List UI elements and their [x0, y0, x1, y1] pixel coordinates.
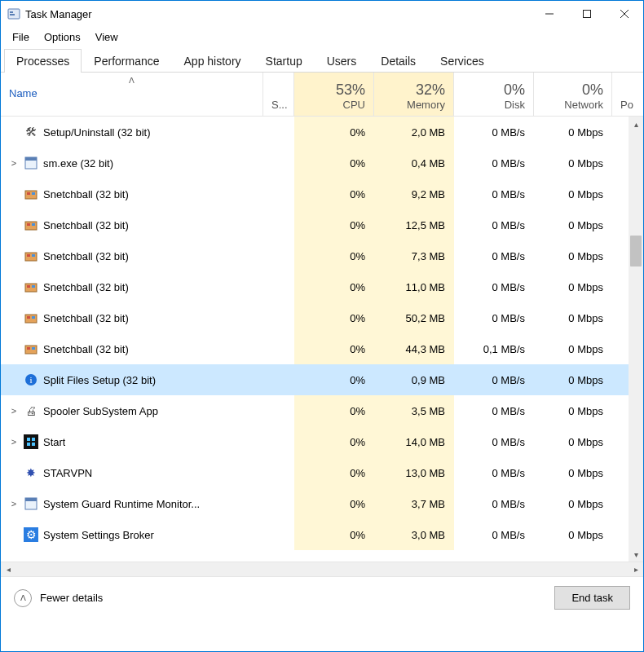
col-header-memory[interactable]: 32% Memory: [374, 73, 454, 116]
cell-cpu: 0%: [294, 395, 374, 426]
cell-status: [263, 364, 294, 395]
close-button[interactable]: [606, 1, 643, 27]
tab-services[interactable]: Services: [428, 49, 496, 73]
fewer-details-button[interactable]: ᐱ Fewer details: [14, 589, 103, 607]
start-icon: [24, 434, 38, 449]
table-row[interactable]: Snetchball (32 bit)0%7,3 MB0 MB/s0 Mbps: [1, 240, 643, 271]
cell-mem: 3,0 MB: [374, 519, 454, 550]
horizontal-scrollbar[interactable]: ◂ ▸: [1, 562, 643, 576]
cell-mem: 50,2 MB: [374, 302, 454, 333]
table-row[interactable]: >sm.exe (32 bit)0%0,4 MB0 MB/s0 Mbps: [1, 148, 643, 178]
cell-net: 0 Mbps: [534, 333, 612, 364]
game-icon: [24, 187, 38, 201]
maximize-button[interactable]: [568, 1, 606, 27]
table-row[interactable]: ✸STARVPN0%13,0 MB0 MB/s0 Mbps: [1, 457, 643, 488]
cell-cpu: 0%: [294, 209, 374, 240]
footer: ᐱ Fewer details End task: [1, 576, 643, 619]
col-header-cpu[interactable]: 53% CPU: [294, 73, 374, 116]
table-row[interactable]: Snetchball (32 bit)0%50,2 MB0 MB/s0 Mbps: [1, 302, 643, 333]
cell-name: Snetchball (32 bit): [1, 209, 263, 240]
process-name: Setup/Uninstall (32 bit): [43, 126, 151, 139]
table-row[interactable]: Snetchball (32 bit)0%44,3 MB0,1 MB/s0 Mb…: [1, 333, 643, 364]
scroll-right-icon[interactable]: ▸: [629, 562, 643, 577]
col-header-power[interactable]: Po: [612, 73, 632, 116]
tab-app-history[interactable]: App history: [172, 49, 254, 73]
menu-options[interactable]: Options: [37, 29, 87, 45]
sort-indicator-icon: ᐱ: [129, 76, 135, 85]
cell-disk: 0 MB/s: [454, 364, 534, 395]
tab-processes[interactable]: Processes: [4, 49, 82, 73]
game-icon: [24, 249, 38, 263]
table-row[interactable]: >🖨Spooler SubSystem App0%3,5 MB0 MB/s0 M…: [1, 395, 643, 426]
cell-cpu: 0%: [294, 333, 374, 364]
cell-mem: 0,4 MB: [374, 148, 454, 178]
expand-icon[interactable]: >: [9, 406, 19, 416]
tab-startup[interactable]: Startup: [254, 49, 315, 73]
cell-name: Snetchball (32 bit): [1, 178, 263, 209]
svg-rect-10: [27, 192, 30, 195]
cell-name: >🖨Spooler SubSystem App: [1, 395, 263, 426]
cell-net: 0 Mbps: [534, 302, 612, 333]
process-name: System Settings Broker: [43, 529, 154, 541]
end-task-button[interactable]: End task: [554, 586, 630, 610]
expand-icon[interactable]: >: [9, 437, 19, 447]
scroll-left-icon[interactable]: ◂: [1, 562, 15, 577]
cell-mem: 13,0 MB: [374, 457, 454, 488]
table-row[interactable]: Snetchball (32 bit)0%12,5 MB0 MB/s0 Mbps: [1, 209, 643, 240]
cell-cpu: 0%: [294, 178, 374, 209]
column-headers: ᐱ Name S... 53% CPU 32% Memory 0% Disk 0…: [1, 73, 643, 117]
col-header-network[interactable]: 0% Network: [534, 73, 612, 116]
cell-status: [263, 488, 294, 519]
table-row[interactable]: 🛠Setup/Uninstall (32 bit)0%2,0 MB0 MB/s0…: [1, 117, 643, 148]
col-header-name[interactable]: ᐱ Name: [1, 73, 263, 116]
menu-file[interactable]: File: [6, 29, 36, 45]
table-row[interactable]: >Start0%14,0 MB0 MB/s0 Mbps: [1, 426, 643, 457]
cell-cpu: 0%: [294, 488, 374, 519]
svg-rect-16: [27, 254, 30, 257]
scroll-down-icon[interactable]: ▾: [629, 547, 643, 562]
process-name: sm.exe (32 bit): [43, 157, 113, 170]
svg-rect-29: [24, 435, 37, 448]
game-icon: [24, 341, 38, 356]
cell-status: [263, 426, 294, 457]
tab-performance[interactable]: Performance: [82, 49, 171, 73]
minimize-button[interactable]: [531, 1, 568, 27]
cell-disk: 0 MB/s: [454, 395, 534, 426]
table-row[interactable]: ⚙System Settings Broker0%3,0 MB0 MB/s0 M…: [1, 519, 643, 550]
expand-icon[interactable]: >: [9, 158, 19, 168]
vertical-scrollbar[interactable]: ▴ ▾: [629, 117, 643, 562]
table-row[interactable]: iSplit Files Setup (32 bit)0%0,9 MB0 MB/…: [1, 364, 643, 395]
table-row[interactable]: Snetchball (32 bit)0%11,0 MB0 MB/s0 Mbps: [1, 271, 643, 302]
cell-status: [263, 519, 294, 550]
titlebar: Task Manager: [1, 1, 643, 27]
svg-rect-32: [27, 443, 30, 446]
cell-status: [263, 333, 294, 364]
cell-status: [263, 271, 294, 302]
cell-name: 🛠Setup/Uninstall (32 bit): [1, 117, 263, 148]
table-row[interactable]: Snetchball (32 bit)0%9,2 MB0 MB/s0 Mbps: [1, 178, 643, 209]
cell-status: [263, 395, 294, 426]
cell-mem: 7,3 MB: [374, 240, 454, 271]
tab-details[interactable]: Details: [368, 49, 428, 73]
expand-icon[interactable]: >: [9, 499, 19, 509]
col-header-status[interactable]: S...: [263, 73, 294, 116]
tab-users[interactable]: Users: [315, 49, 369, 73]
table-row[interactable]: >System Guard Runtime Monitor...0%3,7 MB…: [1, 488, 643, 519]
menu-view[interactable]: View: [89, 29, 125, 45]
cell-name: iSplit Files Setup (32 bit): [1, 364, 263, 395]
star-icon: ✸: [24, 465, 38, 480]
cell-mem: 0,9 MB: [374, 364, 454, 395]
process-name: Snetchball (32 bit): [43, 250, 129, 262]
cell-disk: 0,1 MB/s: [454, 333, 534, 364]
cell-cpu: 0%: [294, 302, 374, 333]
scroll-up-icon[interactable]: ▴: [629, 117, 643, 131]
col-header-disk[interactable]: 0% Disk: [454, 73, 534, 116]
process-grid: ᐱ Name S... 53% CPU 32% Memory 0% Disk 0…: [1, 73, 643, 576]
scroll-thumb[interactable]: [630, 236, 642, 267]
svg-rect-17: [32, 254, 35, 257]
cell-net: 0 Mbps: [534, 364, 612, 395]
process-name: Split Files Setup (32 bit): [43, 374, 156, 386]
svg-rect-22: [27, 316, 30, 319]
cell-status: [263, 240, 294, 271]
svg-rect-19: [27, 285, 30, 288]
